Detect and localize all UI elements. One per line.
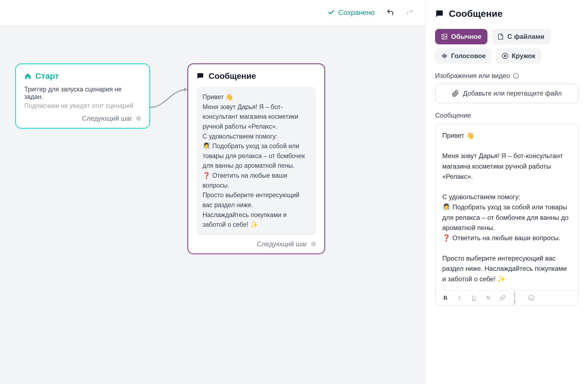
file-icon — [497, 33, 504, 40]
emoji-icon — [528, 295, 534, 301]
start-node-hint: Подписчики не увидят этот сценарий — [24, 102, 141, 110]
start-node[interactable]: Старт Триггер для запуска сценария не за… — [15, 63, 150, 129]
audio-wave-icon — [441, 53, 448, 59]
connector-arrow — [149, 85, 193, 110]
info-icon[interactable] — [513, 73, 519, 79]
message-node-next[interactable]: Следующий шаг — [196, 240, 316, 248]
flow-canvas[interactable]: Старт Триггер для запуска сценария не за… — [0, 25, 425, 384]
tab-files[interactable]: С файлами — [491, 29, 550, 44]
message-next-label: Следующий шаг — [257, 240, 307, 248]
message-node-title: Сообщение — [209, 71, 256, 81]
panel-header: Сообщение — [426, 0, 588, 25]
strike-button[interactable]: S — [484, 294, 492, 302]
start-node-desc: Триггер для запуска сценария не задан. — [24, 86, 141, 101]
redo-icon — [406, 9, 414, 16]
tab-regular[interactable]: Обычное — [435, 29, 487, 44]
svg-point-2 — [443, 35, 444, 36]
undo-button[interactable] — [386, 8, 395, 17]
start-node-title: Старт — [35, 71, 59, 81]
panel-title: Сообщение — [449, 8, 503, 19]
message-icon — [435, 9, 444, 18]
editor-toolbar: B I U S { } — [436, 290, 578, 305]
check-icon — [328, 9, 335, 16]
tab-circle-label: Кружок — [512, 52, 535, 60]
tab-voice-label: Голосовое — [451, 52, 486, 60]
topbar: Сохранено — [0, 0, 425, 25]
tab-circle[interactable]: Кружок — [496, 48, 541, 64]
link-button[interactable] — [498, 294, 507, 302]
svg-marker-0 — [184, 88, 187, 91]
tab-files-label: С файлами — [507, 33, 544, 40]
saved-label: Сохранено — [338, 8, 375, 17]
message-node[interactable]: Сообщение Привет 👋 Меня зовут Дарья! Я –… — [187, 63, 325, 254]
dropzone-label: Добавьте или перетащите файл — [463, 90, 562, 97]
tab-voice[interactable]: Голосовое — [435, 48, 492, 64]
side-panel: Сообщение Обычное С файлами Голосовое — [425, 0, 588, 384]
link-icon — [500, 295, 506, 301]
media-dropzone[interactable]: Добавьте или перетащите файл — [435, 83, 579, 103]
image-icon — [441, 33, 448, 40]
italic-button[interactable]: I — [455, 294, 464, 302]
start-next-label: Следующий шаг — [82, 115, 132, 122]
message-editor-wrap: Привет 👋 Меня зовут Дарья! Я – бот-консу… — [435, 124, 579, 306]
play-circle-icon — [502, 53, 508, 59]
home-icon — [24, 72, 31, 80]
message-section-label: Сообщение — [435, 112, 579, 119]
emoji-button[interactable] — [527, 294, 535, 302]
message-node-body: Привет 👋 Меня зовут Дарья! Я – бот-консу… — [196, 87, 316, 235]
message-editor[interactable]: Привет 👋 Меня зовут Дарья! Я – бот-консу… — [436, 124, 578, 290]
saved-status: Сохранено — [328, 8, 375, 17]
paperclip-icon — [452, 90, 459, 97]
tab-regular-label: Обычное — [451, 33, 481, 40]
redo-button[interactable] — [406, 8, 414, 17]
connector-dot[interactable] — [136, 116, 141, 121]
message-icon — [196, 72, 204, 80]
underline-button[interactable]: U — [470, 294, 478, 302]
variable-button[interactable]: { } — [513, 294, 521, 302]
message-type-tabs: Обычное С файлами Голосовое Кружок — [435, 29, 579, 64]
bold-button[interactable]: B — [441, 294, 449, 302]
connector-dot[interactable] — [311, 242, 316, 247]
undo-icon — [386, 9, 394, 16]
media-section-label: Изображения или видео — [435, 72, 579, 80]
svg-marker-9 — [505, 55, 506, 57]
start-node-next[interactable]: Следующий шаг — [24, 115, 141, 122]
svg-point-13 — [529, 295, 534, 300]
